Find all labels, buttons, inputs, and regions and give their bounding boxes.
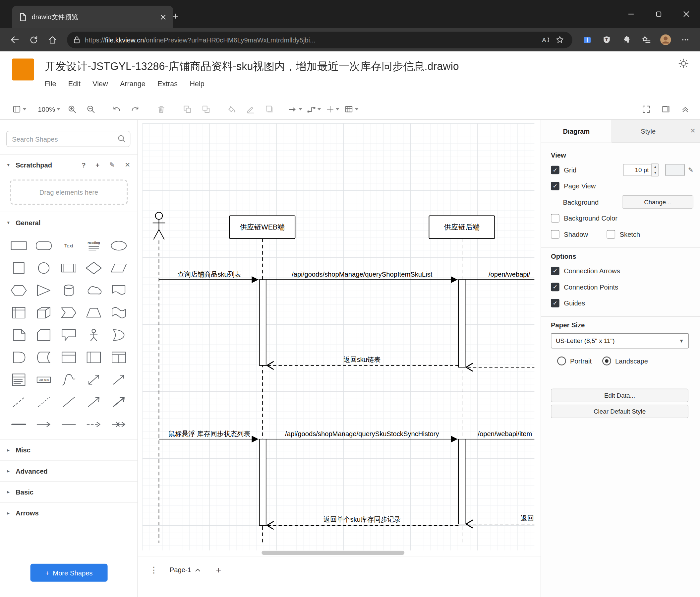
window-maximize-button[interactable] [645, 0, 673, 28]
shape-heading[interactable]: Heading [81, 235, 106, 257]
zoom-in-button[interactable] [64, 102, 80, 116]
browser-tab[interactable]: drawio文件预览 [12, 6, 173, 28]
menu-file[interactable]: File [45, 80, 56, 88]
shield-t-extension-icon[interactable]: T [598, 31, 615, 48]
connection-style-dropdown[interactable] [287, 102, 304, 116]
connection-points-checkbox[interactable]: ✓ [551, 283, 559, 291]
shape-dotted-line[interactable] [31, 391, 56, 413]
home-button[interactable] [44, 31, 61, 48]
shape-list[interactable] [6, 368, 31, 391]
menu-edit[interactable]: Edit [68, 80, 80, 88]
shape-bidirectional-arrow[interactable] [81, 368, 106, 391]
back-button[interactable] [6, 31, 23, 48]
grid-checkbox[interactable]: ✓ [551, 166, 559, 174]
scratchpad-dropzone[interactable]: Drag elements here [10, 180, 128, 204]
shape-circle[interactable] [31, 257, 56, 279]
shape-list-item[interactable]: List Item [31, 368, 56, 391]
shape-and[interactable] [6, 346, 31, 368]
collapse-header-button[interactable] [677, 102, 694, 116]
shape-arrow-up-right-2[interactable] [106, 391, 131, 413]
redo-button[interactable] [127, 102, 144, 116]
read-aloud-icon[interactable]: A [538, 32, 552, 47]
zoom-out-button[interactable] [82, 102, 99, 116]
shape-dashed-arrow[interactable] [81, 413, 106, 435]
activation-web-2[interactable] [259, 439, 266, 525]
shape-trapezoid[interactable] [81, 302, 106, 324]
browser-menu-icon[interactable] [677, 31, 694, 48]
delete-button[interactable] [153, 102, 170, 116]
table-dropdown[interactable] [343, 102, 360, 116]
basic-section-header[interactable]: ▸ Basic [0, 481, 138, 502]
shape-cross-arrow[interactable] [106, 413, 131, 435]
shadow-button[interactable] [261, 102, 278, 116]
general-section-header[interactable]: ▾ General [0, 212, 138, 233]
shape-process[interactable] [56, 257, 81, 279]
shape-triangle[interactable] [31, 279, 56, 302]
fill-color-button[interactable] [223, 102, 240, 116]
shape-cube[interactable] [31, 302, 56, 324]
horizontal-scrollbar-thumb[interactable] [261, 551, 404, 555]
grid-color-edit-icon[interactable]: ✎ [688, 166, 693, 173]
shadow-checkbox[interactable] [551, 230, 559, 238]
clear-default-style-button[interactable]: Clear Default Style [551, 405, 689, 418]
scratchpad-section-header[interactable]: ▾ Scratchpad ? + ✎ ✕ [0, 154, 138, 175]
edit-data-button[interactable]: Edit Data... [551, 389, 689, 402]
format-panel-toggle-button[interactable] [657, 102, 674, 116]
shape-line[interactable] [56, 391, 81, 413]
shape-hexagon[interactable] [6, 279, 31, 302]
format-panel-close-icon[interactable]: ✕ [684, 120, 700, 142]
drawing-canvas[interactable]: 供应链WEB端 供应链后端 查询店铺商品sku列表 [138, 120, 541, 557]
shape-callout[interactable] [56, 324, 81, 346]
more-shapes-button[interactable]: + More Shapes [30, 564, 108, 582]
favorites-bar-icon[interactable] [638, 31, 654, 48]
shape-horizontal-line[interactable] [56, 413, 81, 435]
shape-curve[interactable] [56, 368, 81, 391]
actor-figure[interactable] [153, 212, 166, 239]
shape-data-storage[interactable] [31, 346, 56, 368]
activation-backend-2[interactable] [458, 439, 465, 524]
landscape-radio[interactable] [602, 357, 611, 365]
page-tab[interactable]: Page-1 [165, 564, 205, 575]
add-page-button[interactable]: + [212, 564, 225, 576]
shape-or[interactable] [106, 324, 131, 346]
fullscreen-button[interactable] [638, 102, 654, 116]
misc-section-header[interactable]: ▸ Misc [0, 439, 138, 460]
tab-style[interactable]: Style [612, 120, 684, 142]
shape-horizontal-container[interactable] [106, 346, 131, 368]
advanced-section-header[interactable]: ▸ Advanced [0, 460, 138, 481]
pages-menu-icon[interactable]: ⋮ [149, 564, 158, 576]
favorite-star-icon[interactable] [553, 32, 567, 47]
waypoints-dropdown[interactable] [306, 102, 323, 116]
search-shapes-input[interactable] [6, 131, 130, 147]
guides-checkbox[interactable]: ✓ [551, 298, 559, 307]
grid-color-swatch[interactable] [665, 164, 685, 176]
grid-size-input[interactable] [623, 164, 652, 176]
background-color-checkbox[interactable] [551, 214, 559, 222]
scratchpad-help-icon[interactable]: ? [81, 161, 85, 169]
to-front-button[interactable] [179, 102, 196, 116]
shape-cloud[interactable] [81, 279, 106, 302]
grid-size-stepper[interactable]: ▲▼ [652, 163, 659, 176]
view-options-button[interactable] [10, 102, 27, 116]
extensions-puzzle-icon[interactable] [618, 31, 635, 48]
scratchpad-close-icon[interactable]: ✕ [125, 161, 130, 169]
theme-toggle-sun-icon[interactable] [677, 57, 690, 70]
paper-size-select[interactable]: US-Letter (8,5" x 11") ▼ [551, 333, 689, 349]
new-tab-button[interactable]: + [169, 10, 182, 23]
undo-button[interactable] [108, 102, 125, 116]
shape-document[interactable] [106, 279, 131, 302]
activation-web-1[interactable] [259, 280, 266, 365]
change-background-button[interactable]: Change... [622, 195, 693, 209]
shape-square[interactable] [6, 257, 31, 279]
sketch-checkbox[interactable] [606, 230, 615, 238]
activation-backend-1[interactable] [458, 280, 465, 367]
scratchpad-add-icon[interactable]: + [96, 161, 99, 169]
refresh-button[interactable] [25, 31, 42, 48]
tab-diagram[interactable]: Diagram [541, 120, 612, 143]
shape-arrow-up-right[interactable] [81, 391, 106, 413]
profile-avatar[interactable] [657, 31, 674, 48]
window-minimize-button[interactable] [617, 0, 645, 28]
shape-diamond[interactable] [81, 257, 106, 279]
shape-card[interactable] [31, 324, 56, 346]
zoom-level-dropdown[interactable]: 100% [36, 102, 61, 116]
